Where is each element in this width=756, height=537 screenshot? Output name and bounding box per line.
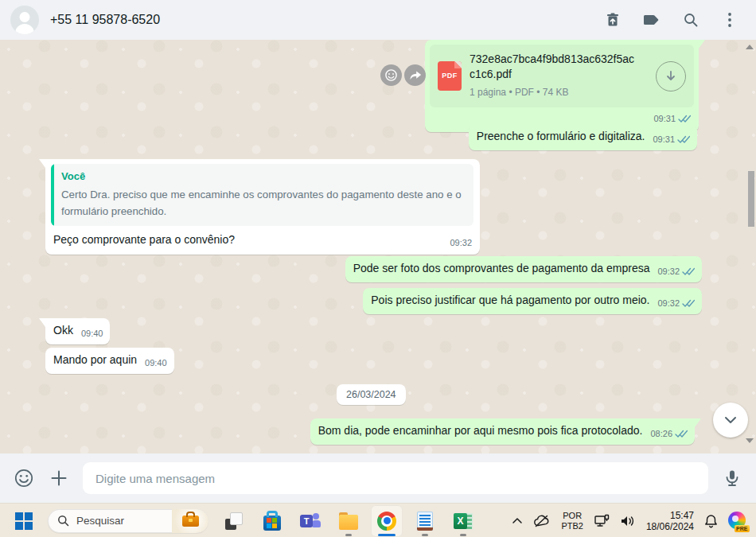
message-outgoing-pdf[interactable]: PDF 732e8ac7bca4f9bd813ac632f5acc1c6.pdf…: [425, 40, 699, 132]
file-explorer-icon[interactable]: [333, 505, 364, 537]
chat-header: +55 11 95878-6520: [0, 0, 756, 40]
attach-plus-icon[interactable]: [48, 467, 70, 489]
header-actions: [604, 11, 738, 29]
microphone-icon[interactable]: [721, 467, 743, 489]
onedrive-offline-cloud-icon[interactable]: [533, 515, 551, 527]
copilot-preview-badge: PRE: [735, 525, 750, 532]
quoted-reply-block[interactable]: Você Certo Dra. preciso que me encaminhe…: [51, 164, 473, 226]
search-highlight-art[interactable]: [172, 509, 208, 533]
message-time: 09:40: [145, 356, 167, 371]
whatsapp-desktop-window: +55 11 95878-6520 PDF 7: [0, 0, 756, 537]
message-time: 09:32: [657, 264, 680, 279]
chevron-down-icon: [722, 411, 739, 429]
trash-delete-icon[interactable]: [604, 11, 622, 29]
pdf-file-meta: 1 página • PDF • 74 KB: [470, 85, 648, 100]
label-tag-icon[interactable]: [643, 11, 661, 29]
message-outgoing-text[interactable]: Preenche o formulário e digitaliza. 09:3…: [469, 124, 697, 150]
read-ticks-icon: [678, 115, 691, 123]
pdf-file-icon: PDF: [438, 61, 462, 91]
emoji-icon[interactable]: [13, 467, 35, 489]
system-tray: POR PTB2 15:47 18/06/2024 PRE: [512, 510, 756, 532]
message-time: 09:32: [657, 296, 680, 311]
message-time: 09:32: [450, 235, 472, 251]
excel-icon[interactable]: X: [447, 505, 479, 537]
read-ticks-icon: [677, 135, 690, 144]
read-ticks-icon: [675, 430, 688, 438]
emoji-react-icon[interactable]: [380, 64, 402, 86]
pdf-file-name: 732e8ac7bca4f9bd813ac632f5acc1c6.pdf: [470, 52, 638, 82]
message-outgoing-text[interactable]: Pode ser foto dos comprovantes de pagame…: [345, 256, 702, 282]
search-icon: [57, 515, 69, 527]
tray-chevron-up-icon[interactable]: [512, 517, 523, 524]
message-time: 09:31: [653, 132, 675, 147]
message-time: 09:40: [81, 326, 103, 341]
kebab-menu-icon[interactable]: [721, 11, 738, 29]
volume-icon[interactable]: [620, 515, 636, 527]
date-divider: 26/03/2024: [337, 384, 406, 405]
taskbar-search-box[interactable]: Pesquisar: [48, 509, 208, 533]
message-incoming-with-quote[interactable]: Você Certo Dra. preciso que me encaminhe…: [45, 159, 480, 255]
taskbar-apps: T X: [218, 505, 479, 537]
search-icon[interactable]: [682, 11, 699, 29]
scrollbar-thumb[interactable]: [748, 171, 754, 227]
message-incoming-text[interactable]: Okk 09:40: [45, 318, 110, 344]
task-view-icon[interactable]: [218, 505, 250, 537]
read-ticks-icon: [682, 267, 695, 276]
ethernet-icon[interactable]: [594, 514, 610, 528]
notepad-icon[interactable]: [409, 505, 441, 537]
microsoft-store-icon[interactable]: [256, 505, 288, 537]
quote-text: Certo Dra. preciso que me encaminhe os c…: [61, 186, 466, 220]
pdf-attachment-card[interactable]: PDF 732e8ac7bca4f9bd813ac632f5acc1c6.pdf…: [430, 45, 694, 107]
notifications-bell-icon[interactable]: [704, 514, 718, 528]
chrome-icon[interactable]: [371, 505, 403, 537]
message-time: 08:26: [650, 426, 672, 442]
download-icon[interactable]: [656, 61, 686, 91]
contact-phone-title[interactable]: +55 11 95878-6520: [50, 13, 160, 27]
scroll-to-bottom-button[interactable]: [713, 403, 748, 438]
forward-icon[interactable]: [404, 64, 426, 86]
windows-start-icon[interactable]: [8, 505, 40, 537]
scrollbar-down-arrow[interactable]: [746, 438, 754, 443]
message-outgoing-text[interactable]: Bom dia, pode encaminhar por aqui mesmo …: [310, 418, 695, 445]
message-input[interactable]: [83, 462, 708, 494]
chat-message-area: PDF 732e8ac7bca4f9bd813ac632f5acc1c6.pdf…: [0, 40, 756, 453]
avatar-silhouette: [20, 12, 30, 22]
taskbar-clock[interactable]: 15:47 18/06/2024: [646, 510, 694, 532]
contact-avatar[interactable]: [10, 6, 39, 34]
scrollbar-up-arrow[interactable]: [746, 45, 754, 49]
language-indicator[interactable]: POR PTB2: [561, 511, 583, 531]
search-placeholder-text: Pesquisar: [76, 515, 124, 527]
message-outgoing-text[interactable]: Pois preciso justificar que há pagamento…: [363, 288, 702, 314]
teams-icon[interactable]: T: [294, 505, 326, 537]
copilot-icon[interactable]: PRE: [728, 512, 746, 530]
briefcase-icon: [182, 516, 199, 527]
message-composer: [0, 453, 756, 503]
windows-taskbar: Pesquisar T: [0, 503, 756, 537]
quote-author: Você: [61, 169, 466, 184]
read-ticks-icon: [682, 299, 695, 308]
message-incoming-text[interactable]: Mando por aquin 09:40: [45, 348, 174, 374]
